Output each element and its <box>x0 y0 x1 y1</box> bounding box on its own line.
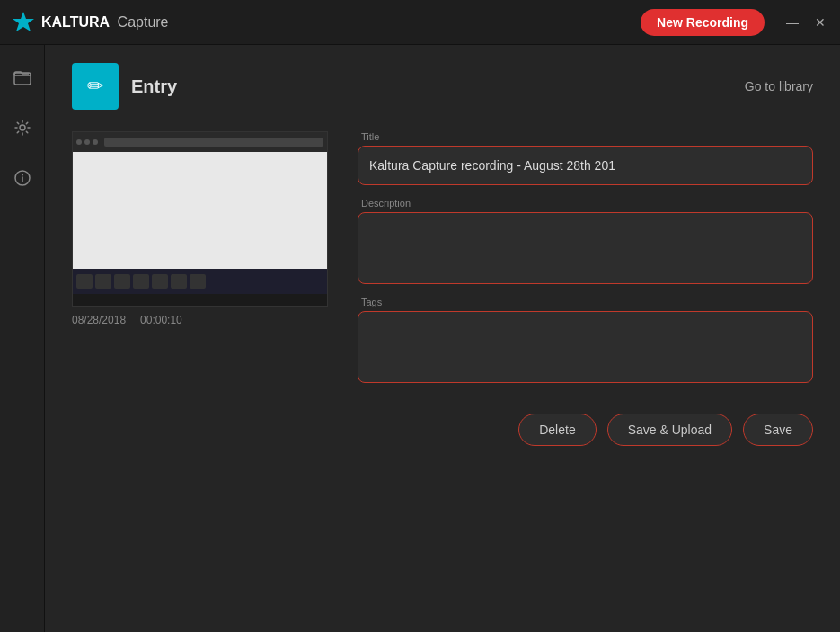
close-button[interactable]: ✕ <box>811 13 829 31</box>
preview-titlebar <box>73 132 327 152</box>
svg-marker-0 <box>13 12 34 31</box>
svg-rect-1 <box>14 73 31 85</box>
delete-button[interactable]: Delete <box>518 414 596 446</box>
preview-toolbar <box>104 138 323 147</box>
content-area: ✏ Entry Go to library <box>45 45 840 632</box>
taskbar-item6 <box>171 274 187 289</box>
dot1 <box>76 139 82 145</box>
action-row: Delete Save & Upload Save <box>358 414 813 446</box>
save-upload-button[interactable]: Save & Upload <box>607 414 732 446</box>
sidebar-item-settings[interactable] <box>8 113 37 142</box>
taskbar-item2 <box>95 274 111 289</box>
entry-right: Title Description Tags Delete Save & Upl… <box>358 131 813 446</box>
sidebar-item-files[interactable] <box>8 63 37 92</box>
taskbar-item7 <box>190 274 206 289</box>
taskbar-item3 <box>114 274 130 289</box>
description-label: Description <box>358 198 813 209</box>
tags-label: Tags <box>358 297 813 307</box>
folder-icon <box>13 68 31 86</box>
description-field-group: Description <box>358 198 813 284</box>
minimize-button[interactable]: — <box>783 13 802 31</box>
video-date: 08/28/2018 <box>72 314 126 326</box>
tags-field-group: Tags <box>358 297 813 383</box>
video-thumbnail <box>72 131 328 307</box>
taskbar-item5 <box>152 274 168 289</box>
new-recording-button[interactable]: New Recording <box>641 9 765 36</box>
main-layout: ✏ Entry Go to library <box>0 45 840 632</box>
title-label: Title <box>358 131 813 142</box>
entry-title: Entry <box>131 76 177 97</box>
entry-left: 08/28/2018 00:00:10 <box>72 131 332 446</box>
entry-icon-box: ✏ <box>72 63 119 110</box>
kaltura-logo: KALTURA Capture <box>11 10 169 35</box>
dot3 <box>93 139 98 145</box>
title-field-group: Title <box>358 131 813 185</box>
video-meta: 08/28/2018 00:00:10 <box>72 314 332 326</box>
pencil-icon: ✏ <box>87 75 103 98</box>
gear-icon <box>13 119 31 137</box>
video-duration: 00:00:10 <box>140 314 182 326</box>
go-to-library-link[interactable]: Go to library <box>745 79 813 93</box>
preview-screen <box>73 152 327 269</box>
save-button[interactable]: Save <box>743 414 813 446</box>
dot2 <box>84 139 90 145</box>
kaltura-star-icon <box>11 10 36 35</box>
description-input[interactable] <box>358 212 813 284</box>
entry-header-left: ✏ Entry <box>72 63 177 110</box>
taskbar-item4 <box>133 274 149 289</box>
app-name: KALTURA Capture <box>41 14 169 31</box>
entry-header: ✏ Entry Go to library <box>72 63 813 110</box>
taskbar-item1 <box>76 274 93 289</box>
sidebar <box>0 45 45 632</box>
svg-point-2 <box>20 125 25 130</box>
titlebar-left: KALTURA Capture <box>11 10 169 35</box>
svg-point-5 <box>22 174 23 176</box>
preview-taskbar <box>73 269 327 294</box>
titlebar-right: New Recording — ✕ <box>641 9 829 36</box>
tags-input[interactable] <box>358 311 813 383</box>
sidebar-item-info[interactable] <box>8 164 37 192</box>
window-controls: — ✕ <box>783 13 829 31</box>
titlebar: KALTURA Capture New Recording — ✕ <box>0 0 840 45</box>
entry-body: 08/28/2018 00:00:10 Title Description Ta… <box>72 131 813 446</box>
info-icon <box>13 169 31 187</box>
title-input[interactable] <box>358 146 813 185</box>
